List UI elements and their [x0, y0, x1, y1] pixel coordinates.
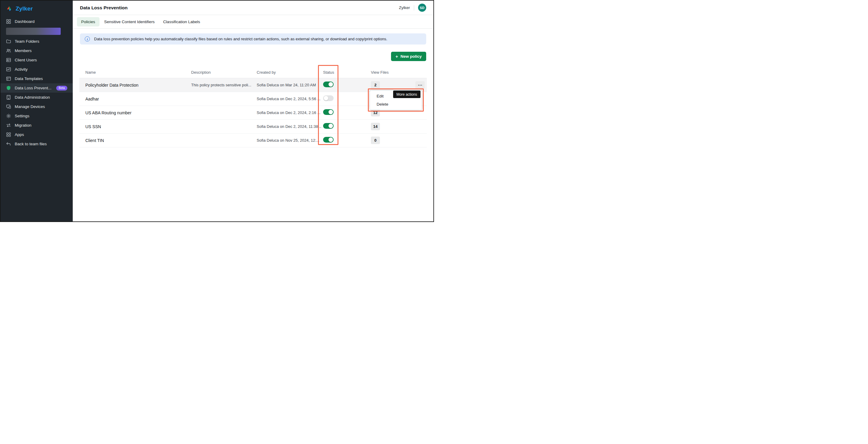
policy-name: US SSN [79, 124, 191, 129]
page-title: Data Loss Prevention [80, 5, 128, 10]
column-header-status: Status [323, 70, 371, 75]
menu-item-delete[interactable]: Delete [370, 100, 422, 108]
sidebar-item-apps[interactable]: Apps [1, 130, 73, 139]
main-content: Data Loss Prevention Zylker SD PoliciesS… [73, 1, 433, 221]
sidebar-item-members[interactable]: Members [1, 46, 73, 55]
column-header-view-files: View Files [371, 70, 415, 75]
policy-created-by: Sofia Deluca on Mar 24, 11:20 AM [257, 83, 323, 87]
table-row[interactable]: US SSN Sofia Deluca on Dec 2, 2024, 11:3… [79, 120, 427, 134]
more-actions-tooltip: More actions [393, 91, 421, 98]
migration-icon [6, 123, 11, 128]
header-divider [414, 5, 414, 10]
status-toggle[interactable] [323, 82, 334, 87]
info-icon: i [85, 36, 90, 41]
sidebar-item-label: Team Folders [15, 39, 39, 43]
sidebar-item-manage-devices[interactable]: Manage Devices [1, 102, 73, 111]
table-header: Name Description Created by Status View … [79, 66, 427, 78]
column-header-name: Name [79, 70, 191, 75]
view-files-count[interactable]: 14 [371, 123, 380, 130]
zylker-logo-icon [6, 5, 13, 12]
sidebar-item-label: Activity [15, 67, 28, 71]
shield-icon [6, 85, 11, 91]
settings-icon [6, 113, 11, 119]
back-arrow-icon [6, 141, 11, 147]
activity-icon [6, 67, 11, 72]
sidebar-item-settings[interactable]: Settings [1, 111, 73, 121]
client-users-icon [6, 57, 11, 63]
app-window: Zylker Dashboard Team Folders Members Cl… [0, 0, 434, 222]
info-banner-text: Data loss prevention policies help you a… [94, 37, 388, 41]
info-banner: i Data loss prevention policies help you… [80, 33, 426, 45]
table-row[interactable]: Policyholder Data Protection This policy… [79, 78, 427, 92]
policy-name: US ABA Routing number [79, 110, 191, 115]
manage-devices-icon [6, 104, 11, 109]
policy-name: Aadhar [79, 96, 191, 101]
header-right: Zylker SD [399, 4, 426, 12]
sidebar-item-data-administration[interactable]: Data Administration [1, 93, 73, 102]
data-administration-icon [6, 95, 11, 100]
sidebar-item-label: Data Templates [15, 77, 43, 81]
more-horizontal-icon: ⋯ [418, 82, 422, 88]
new-policy-label: New policy [400, 54, 422, 59]
new-policy-button[interactable]: + New policy [391, 52, 426, 61]
sidebar-item-migration[interactable]: Migration [1, 121, 73, 130]
sidebar-item-label: Migration [15, 123, 32, 127]
policy-description: This policy protects sensitive poli... [191, 83, 257, 87]
sidebar-item-label: Apps [15, 132, 24, 137]
policy-name: Policyholder Data Protection [79, 83, 191, 88]
sidebar-item-activity[interactable]: Activity [1, 65, 73, 74]
status-toggle[interactable] [323, 137, 334, 143]
team-folders-icon [6, 39, 11, 44]
tab-bar: PoliciesSensitive Content IdentifiersCla… [73, 15, 433, 29]
redacted-item [6, 28, 61, 35]
avatar[interactable]: SD [418, 4, 426, 12]
sidebar-item-label: Data Administration [15, 95, 50, 99]
view-files-count[interactable]: 2 [371, 81, 380, 89]
sidebar-item-label: Members [15, 49, 32, 53]
column-header-description: Description [191, 70, 257, 75]
dashboard-icon [6, 19, 11, 24]
status-toggle[interactable] [323, 109, 334, 115]
sidebar-item-label: Data Loss Prevent... [15, 86, 52, 90]
members-icon [6, 48, 11, 53]
policy-created-by: Sofia Deluca on Nov 25, 2024, 12:... [257, 138, 323, 143]
view-files-count[interactable]: 12 [371, 109, 380, 116]
sidebar-item-label: Manage Devices [15, 105, 45, 109]
column-header-created-by: Created by [257, 70, 323, 75]
policy-created-by: Sofia Deluca on Dec 2, 2024, 11:38... [257, 124, 323, 129]
plus-icon: + [396, 54, 398, 59]
policy-name: Client TIN [79, 138, 191, 143]
apps-icon [6, 132, 11, 137]
sidebar-item-label: Settings [15, 114, 29, 118]
view-files-count[interactable]: 0 [371, 137, 380, 144]
status-toggle[interactable] [323, 95, 334, 101]
more-actions-button[interactable]: ⋯ [415, 81, 425, 89]
sidebar-item-team-folders[interactable]: Team Folders [1, 37, 73, 46]
data-templates-icon [6, 76, 11, 81]
sidebar: Zylker Dashboard Team Folders Members Cl… [1, 1, 73, 221]
policy-created-by: Sofia Deluca on Dec 2, 2024, 2:16 ... [257, 110, 323, 115]
table-row[interactable]: Client TIN Sofia Deluca on Nov 25, 2024,… [79, 134, 427, 147]
sidebar-item-back-to-team-files[interactable]: Back to team files [1, 139, 73, 149]
sidebar-item-dashboard[interactable]: Dashboard [1, 17, 73, 26]
status-toggle[interactable] [323, 123, 334, 129]
toolbar: + New policy [73, 45, 433, 61]
sidebar-item-label: Dashboard [15, 19, 35, 24]
policy-created-by: Sofia Deluca on Dec 2, 2024, 5:56 ... [257, 96, 323, 101]
sidebar-item-data-templates[interactable]: Data Templates [1, 74, 73, 83]
tab-classification-labels[interactable]: Classification Labels [160, 17, 204, 27]
sidebar-item-client-users[interactable]: Client Users [1, 55, 73, 65]
tab-policies[interactable]: Policies [77, 17, 99, 27]
account-name: Zylker [399, 5, 410, 10]
tab-sensitive-content-identifiers[interactable]: Sensitive Content Identifiers [101, 17, 158, 27]
main-header: Data Loss Prevention Zylker SD [73, 1, 433, 15]
brand-name: Zylker [16, 5, 33, 12]
beta-badge: Beta [56, 86, 67, 91]
sidebar-item-label: Back to team files [15, 142, 47, 146]
sidebar-nav: Dashboard Team Folders Members Client Us… [1, 16, 73, 149]
brand-header[interactable]: Zylker [1, 1, 73, 16]
table-body: Policyholder Data Protection This policy… [79, 78, 427, 147]
sidebar-item-label: Client Users [15, 58, 37, 62]
sidebar-item-data-loss-prevention[interactable]: Data Loss Prevent... Beta [1, 83, 73, 93]
